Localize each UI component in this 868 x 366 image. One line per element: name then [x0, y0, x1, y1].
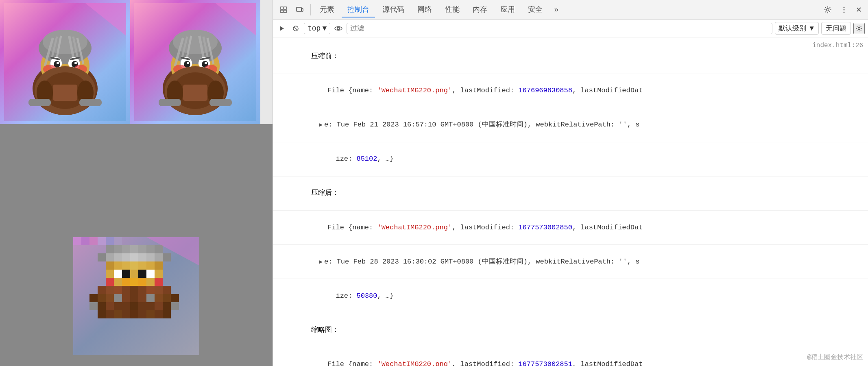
svg-point-151 — [827, 9, 829, 11]
expand-arrow-1[interactable]: ▶ — [319, 122, 323, 128]
svg-rect-148 — [284, 10, 286, 13]
tab-sources[interactable]: 源代码 — [377, 2, 410, 17]
log-level-selector[interactable]: 默认级别 ▼ — [775, 22, 819, 35]
svg-rect-100 — [130, 278, 138, 286]
svg-rect-129 — [130, 302, 138, 310]
svg-rect-104 — [98, 286, 106, 294]
svg-rect-95 — [146, 270, 155, 278]
tab-security[interactable]: 安全 — [522, 2, 548, 17]
svg-rect-108 — [130, 286, 138, 294]
svg-rect-143 — [163, 310, 171, 318]
console-entry-file-1d: ize: 85102, …} — [273, 142, 868, 176]
more-options-icon[interactable] — [837, 2, 851, 17]
svg-rect-25 — [53, 85, 77, 101]
svg-point-152 — [843, 7, 844, 8]
svg-rect-123 — [171, 294, 179, 302]
svg-rect-134 — [171, 302, 179, 310]
svg-rect-103 — [155, 278, 163, 286]
tab-network[interactable]: 网络 — [412, 2, 438, 17]
svg-rect-119 — [138, 294, 146, 302]
tab-elements[interactable]: 元素 — [314, 2, 340, 17]
svg-rect-115 — [106, 294, 114, 302]
expand-arrow-2[interactable]: ▶ — [319, 259, 323, 265]
inspector-icon-button[interactable] — [276, 2, 291, 17]
devtools-top-toolbar: 元素 控制台 源代码 网络 性能 内存 应用 安全 » ✕ — [273, 0, 868, 20]
more-tabs-button[interactable]: » — [550, 3, 563, 16]
svg-rect-78 — [130, 253, 138, 261]
svg-rect-68 — [114, 245, 122, 253]
console-entry-compressed-before: 压缩前： index.html:26 — [273, 40, 868, 74]
devtools-second-toolbar: top ▼ 默认级别 ▼ 无问题 — [273, 20, 868, 37]
tab-console[interactable]: 控制台 — [342, 2, 375, 17]
close-button[interactable]: ✕ — [853, 4, 865, 15]
toolbar-separator-1 — [310, 4, 311, 15]
label-thumbnail: 缩略图： — [311, 326, 339, 334]
svg-point-17 — [74, 62, 77, 64]
svg-rect-83 — [106, 261, 114, 270]
image-thumbnail — [0, 124, 273, 366]
tab-application[interactable]: 应用 — [495, 2, 521, 17]
svg-rect-147 — [281, 10, 283, 13]
images-grid — [0, 0, 273, 344]
source-link-1[interactable]: index.html:26 — [806, 41, 863, 51]
image-compressed — [130, 0, 260, 124]
svg-rect-102 — [146, 278, 155, 286]
svg-rect-117 — [122, 294, 130, 302]
filter-input[interactable] — [347, 23, 772, 34]
svg-rect-150 — [301, 9, 303, 11]
svg-rect-99 — [122, 278, 130, 286]
svg-rect-112 — [163, 286, 171, 294]
svg-rect-118 — [130, 294, 138, 302]
svg-rect-75 — [106, 253, 114, 261]
svg-rect-114 — [98, 294, 106, 302]
svg-rect-73 — [155, 245, 163, 253]
console-entry-file-2: File {name: 'WechatIMG220.png', lastModi… — [273, 211, 868, 245]
svg-rect-107 — [122, 286, 130, 294]
svg-rect-28 — [28, 99, 51, 106]
console-entry-compressed-after: 压缩后： — [273, 176, 868, 211]
console-entry-content-3: 缩略图： — [278, 314, 863, 346]
svg-rect-88 — [146, 261, 155, 270]
svg-rect-64 — [98, 237, 106, 245]
svg-rect-135 — [98, 310, 106, 318]
run-script-button[interactable] — [276, 23, 288, 34]
svg-rect-91 — [114, 270, 122, 278]
tab-memory[interactable]: 内存 — [467, 2, 493, 17]
console-entry-file-2c: ▶e: Tue Feb 28 2023 16:30:02 GMT+0800 (中… — [273, 245, 868, 279]
no-issues-button[interactable]: 无问题 — [821, 22, 851, 35]
context-selector[interactable]: top ▼ — [304, 23, 330, 34]
svg-rect-101 — [138, 278, 146, 286]
console-entry-file-2d: ize: 50380, …} — [273, 279, 868, 313]
settings-gear-icon[interactable] — [820, 2, 835, 17]
svg-rect-65 — [106, 237, 114, 245]
tab-performance[interactable]: 性能 — [439, 2, 465, 17]
console-entry-file-3: File {name: 'WechatIMG220.png', lastModi… — [273, 347, 868, 366]
context-dropdown-arrow: ▼ — [322, 24, 327, 33]
svg-rect-76 — [114, 253, 122, 261]
svg-rect-96 — [155, 270, 163, 278]
svg-rect-80 — [146, 253, 155, 261]
responsive-icon-button[interactable] — [292, 2, 307, 17]
svg-rect-98 — [114, 278, 122, 286]
svg-marker-155 — [280, 26, 284, 31]
svg-rect-93 — [130, 270, 138, 278]
svg-rect-137 — [114, 310, 122, 318]
svg-rect-58 — [159, 99, 181, 106]
svg-rect-90 — [106, 270, 114, 278]
svg-rect-94 — [138, 270, 146, 278]
svg-rect-67 — [106, 245, 114, 253]
label-compressed-before: 压缩前： — [311, 52, 339, 60]
svg-rect-69 — [122, 245, 130, 253]
svg-rect-89 — [155, 261, 163, 270]
console-entry-content-2d: ize: 50380, …} — [286, 280, 863, 312]
left-panel: 选择文件 WechatIMG220.png — [0, 0, 273, 366]
image-original — [0, 0, 130, 124]
console-settings-button[interactable] — [853, 23, 865, 34]
svg-rect-86 — [130, 261, 138, 270]
live-expression-button[interactable] — [333, 23, 344, 34]
clear-console-button[interactable] — [290, 23, 301, 34]
svg-rect-141 — [146, 310, 155, 318]
svg-rect-125 — [98, 302, 106, 310]
svg-rect-85 — [122, 261, 130, 270]
svg-rect-109 — [138, 286, 146, 294]
